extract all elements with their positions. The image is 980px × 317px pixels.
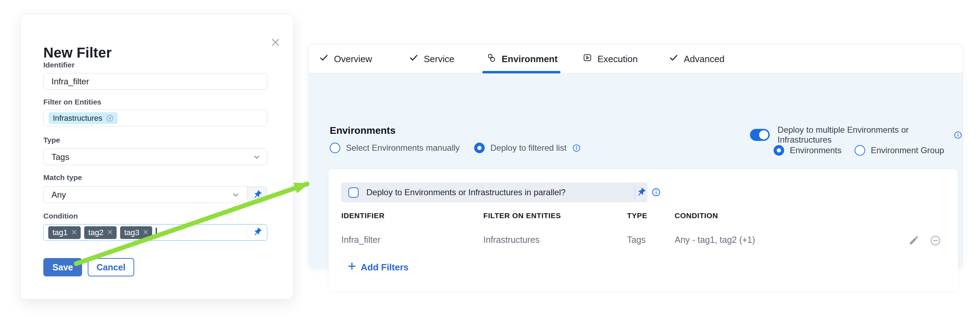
match-type-value: Any — [44, 190, 66, 200]
entity-chip: Infrastructures — [49, 112, 118, 124]
tag-chip-label: tag2 — [88, 228, 103, 237]
cancel-button[interactable]: Cancel — [88, 258, 134, 276]
identifier-value: Infra_filter — [44, 77, 89, 86]
pin-button[interactable] — [253, 227, 262, 238]
filters-card: Deploy to Environments or Infrastructure… — [329, 169, 958, 291]
check-icon — [409, 53, 418, 65]
plus-icon — [347, 262, 356, 273]
radio-icon — [854, 145, 865, 156]
toggle-knob — [759, 130, 768, 139]
type-select[interactable]: Tags — [43, 149, 267, 165]
parallel-checkbox-bar: Deploy to Environments or Infrastructure… — [341, 183, 648, 202]
entities-label: Filter on Entities — [43, 98, 102, 106]
type-label: Type — [43, 136, 60, 144]
tab-label: Overview — [334, 54, 372, 65]
tag-chip: tag3 — [120, 226, 153, 239]
table-row-condition: Any - tag1, tag2 (+1) — [675, 235, 755, 245]
table-header-identifier: IDENTIFIER — [341, 211, 385, 220]
table-header-type: TYPE — [627, 211, 647, 220]
save-button[interactable]: Save — [43, 258, 82, 276]
info-icon[interactable] — [651, 187, 661, 199]
radio-icon-selected — [474, 142, 485, 153]
stage-tabbar: Overview Service Environment Execution A… — [309, 45, 963, 74]
remove-chip-icon[interactable] — [106, 114, 114, 122]
add-filters-button[interactable]: Add Filters — [347, 262, 409, 273]
radio-label: Environments — [790, 146, 842, 155]
environment-icon — [487, 53, 496, 65]
tab-environment[interactable]: Environment — [487, 45, 558, 74]
remove-row-icon[interactable] — [930, 235, 941, 248]
add-filters-label: Add Filters — [361, 262, 409, 273]
tab-label: Environment — [502, 54, 558, 65]
tab-label: Advanced — [684, 54, 725, 65]
tag-chip: tag1 — [48, 226, 81, 239]
tab-execution[interactable]: Execution — [583, 45, 638, 74]
pin-button[interactable] — [247, 187, 267, 202]
edit-pencil-icon[interactable] — [908, 235, 920, 247]
divider — [635, 185, 635, 199]
radio-icon-selected — [773, 145, 784, 156]
identifier-label: Identifier — [43, 61, 75, 69]
toggle-on[interactable] — [750, 129, 770, 141]
pipeline-stage-panel: Overview Service Environment Execution A… — [308, 44, 963, 268]
tab-label: Execution — [597, 54, 638, 65]
remove-tag-icon[interactable] — [71, 229, 77, 237]
text-cursor — [156, 228, 157, 238]
entities-field[interactable]: Infrastructures — [43, 110, 267, 126]
match-type-label: Match type — [43, 173, 82, 182]
radio-environment-group[interactable]: Environment Group — [854, 145, 944, 156]
entity-chip-label: Infrastructures — [53, 114, 102, 123]
tab-advanced[interactable]: Advanced — [669, 45, 725, 74]
match-type-select[interactable]: Any — [43, 186, 267, 203]
table-row-identifier: Infra_filter — [341, 235, 380, 245]
identifier-field[interactable]: Infra_filter — [43, 73, 267, 90]
parallel-checkbox[interactable] — [348, 187, 359, 198]
table-header-entities: FILTER ON ENTITIES — [483, 211, 561, 220]
pin-button[interactable] — [636, 187, 646, 199]
condition-field[interactable]: tag1 tag2 tag3 — [43, 224, 267, 241]
tab-overview[interactable]: Overview — [319, 45, 372, 74]
chevron-down-icon — [252, 152, 261, 162]
check-icon — [319, 53, 329, 65]
environments-heading: Environments — [330, 125, 396, 136]
condition-label: Condition — [43, 212, 78, 220]
radio-label: Select Environments manually — [346, 143, 460, 153]
active-tab-underline — [482, 71, 560, 74]
check-icon — [669, 53, 678, 65]
execution-icon — [583, 53, 592, 65]
radio-icon — [330, 142, 340, 153]
parallel-checkbox-label: Deploy to Environments or Infrastructure… — [366, 187, 566, 197]
tag-chip: tag2 — [84, 226, 116, 239]
info-icon[interactable] — [954, 131, 963, 139]
tag-chip-label: tag1 — [52, 228, 68, 237]
tag-chip-label: tag3 — [124, 228, 140, 237]
radio-label: Deploy to filtered list — [490, 143, 566, 153]
table-header-condition: CONDITION — [675, 211, 718, 220]
radio-deploy-filtered[interactable]: Deploy to filtered list — [474, 142, 581, 153]
close-icon[interactable] — [269, 36, 282, 48]
environment-tab-content: Environments Select Environments manuall… — [309, 74, 963, 269]
remove-tag-icon[interactable] — [107, 229, 113, 237]
remove-tag-icon[interactable] — [143, 229, 149, 237]
table-row-entities: Infrastructures — [483, 235, 540, 245]
tab-label: Service — [424, 54, 454, 65]
radio-label: Environment Group — [871, 146, 944, 155]
new-filter-modal: New Filter Identifier Infra_filter Filte… — [21, 14, 293, 299]
radio-select-manually[interactable]: Select Environments manually — [330, 142, 460, 153]
chevron-down-icon — [231, 190, 240, 199]
table-row-type: Tags — [627, 235, 646, 245]
toggle-multiple-environments[interactable]: Deploy to multiple Environments or Infra… — [750, 125, 963, 145]
type-value: Tags — [44, 152, 69, 162]
toggle-label: Deploy to multiple Environments or Infra… — [778, 125, 948, 145]
tab-service[interactable]: Service — [409, 45, 454, 74]
radio-environments[interactable]: Environments — [773, 145, 842, 156]
divider — [247, 226, 247, 238]
modal-title: New Filter — [43, 45, 112, 61]
info-icon[interactable] — [572, 144, 581, 152]
